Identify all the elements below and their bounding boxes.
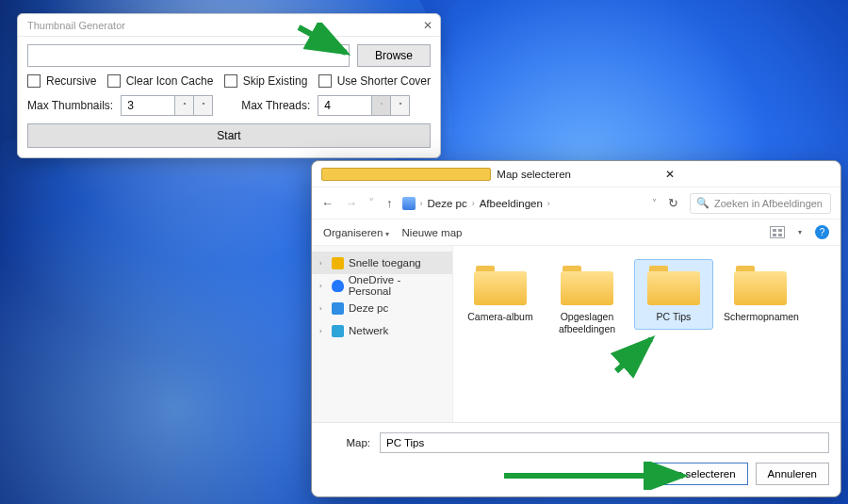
chevron-down-icon[interactable]: ˅ <box>194 95 213 116</box>
tree-quick-access[interactable]: › Snelle toegang <box>312 252 452 274</box>
folder-icon <box>734 266 787 305</box>
map-label: Map: <box>323 437 370 448</box>
cloud-icon <box>332 280 344 292</box>
checkbox-icon <box>318 74 332 88</box>
start-button[interactable]: Start <box>27 123 431 148</box>
chevron-down-icon[interactable]: ˅ <box>391 95 410 116</box>
chevron-right-icon: › <box>319 304 327 313</box>
chevron-right-icon: › <box>420 199 423 208</box>
titlebar: Thumbnail Generator ✕ <box>18 14 440 37</box>
chevron-up-icon[interactable]: ˄ <box>372 95 391 116</box>
nav-tree: › Snelle toegang › OneDrive - Personal ›… <box>312 246 453 422</box>
tree-network[interactable]: › Netwerk <box>312 319 452 342</box>
folder-item[interactable]: Opgeslagen afbeeldingen <box>547 259 627 341</box>
chevron-right-icon: › <box>547 199 550 208</box>
close-icon[interactable]: ✕ <box>423 19 432 32</box>
chevron-up-icon[interactable]: ˄ <box>175 95 194 116</box>
tree-this-pc[interactable]: › Deze pc <box>312 297 452 319</box>
new-folder-button[interactable]: Nieuwe map <box>402 227 463 238</box>
shorter-cover-checkbox[interactable]: Use Shorter Cover <box>318 74 431 88</box>
dialog-titlebar: Map selecteren ✕ <box>312 161 840 187</box>
skip-existing-checkbox[interactable]: Skip Existing <box>224 74 308 88</box>
max-threads-input[interactable] <box>318 95 372 116</box>
checkbox-icon <box>224 74 237 88</box>
dialog-footer: Map: Map selecteren Annuleren <box>312 422 840 496</box>
checkbox-icon <box>107 74 121 88</box>
max-thumbnails-input[interactable] <box>121 95 175 116</box>
folder-grid: Camera-album Opgeslagen afbeeldingen PC … <box>453 246 840 422</box>
folder-select-dialog: Map selecteren ✕ ← → ˅ ↑ › Deze pc › Afb… <box>311 160 841 497</box>
folder-icon <box>561 266 613 305</box>
close-icon[interactable]: ✕ <box>665 168 833 181</box>
max-threads-label: Max Threads: <box>241 99 310 112</box>
chevron-right-icon: › <box>319 259 327 268</box>
dialog-nav: ← → ˅ ↑ › Deze pc › Afbeeldingen › ˅ ↻ 🔍… <box>312 187 840 219</box>
folder-item[interactable]: Camera-album <box>461 259 540 330</box>
path-input[interactable] <box>27 44 350 67</box>
network-icon <box>332 325 344 337</box>
folder-icon <box>647 266 700 305</box>
back-icon[interactable]: ← <box>321 196 334 210</box>
star-icon <box>332 257 344 269</box>
cancel-button[interactable]: Annuleren <box>756 463 829 485</box>
monitor-icon <box>332 302 344 315</box>
dialog-toolbar: Organiseren Nieuwe map ▾ ? <box>312 219 840 246</box>
up-icon[interactable]: ↑ <box>386 196 393 210</box>
checkbox-icon <box>27 74 41 88</box>
browse-button[interactable]: Browse <box>357 44 431 67</box>
folder-item[interactable]: Schermopnamen <box>721 259 800 330</box>
select-folder-button[interactable]: Map selecteren <box>649 463 748 485</box>
tree-onedrive[interactable]: › OneDrive - Personal <box>312 274 452 297</box>
view-options-icon[interactable] <box>770 226 785 238</box>
recursive-checkbox[interactable]: Recursive <box>27 74 96 88</box>
chevron-down-icon[interactable]: ˅ <box>368 196 375 210</box>
help-icon[interactable]: ? <box>815 225 829 239</box>
breadcrumb[interactable]: › Deze pc › Afbeeldingen › <box>402 197 644 210</box>
max-threads-stepper[interactable]: ˄ ˅ <box>318 95 410 116</box>
window-title: Thumbnail Generator <box>27 20 125 31</box>
organize-menu[interactable]: Organiseren <box>323 227 389 238</box>
chevron-right-icon: › <box>319 282 327 290</box>
forward-icon[interactable]: → <box>345 196 357 210</box>
clear-cache-checkbox[interactable]: Clear Icon Cache <box>107 74 214 88</box>
chevron-down-icon[interactable]: ˅ <box>652 198 657 208</box>
thumbnail-generator-window: Thumbnail Generator ✕ Browse Recursive C… <box>17 13 441 158</box>
max-thumbnails-label: Max Thumbnails: <box>27 99 113 112</box>
search-icon: 🔍 <box>696 197 709 209</box>
dialog-title: Map selecteren <box>497 169 664 180</box>
chevron-right-icon: › <box>319 327 327 335</box>
folder-item-selected[interactable]: PC Tips <box>634 259 713 330</box>
folder-icon <box>321 168 491 181</box>
refresh-icon[interactable]: ↻ <box>668 196 678 210</box>
chevron-right-icon: › <box>472 199 475 208</box>
max-thumbnails-stepper[interactable]: ˄ ˅ <box>121 95 213 116</box>
map-input[interactable] <box>380 432 829 453</box>
search-input[interactable]: 🔍 Zoeken in Afbeeldingen <box>690 193 831 214</box>
this-pc-icon <box>402 197 416 210</box>
folder-icon <box>474 266 527 305</box>
